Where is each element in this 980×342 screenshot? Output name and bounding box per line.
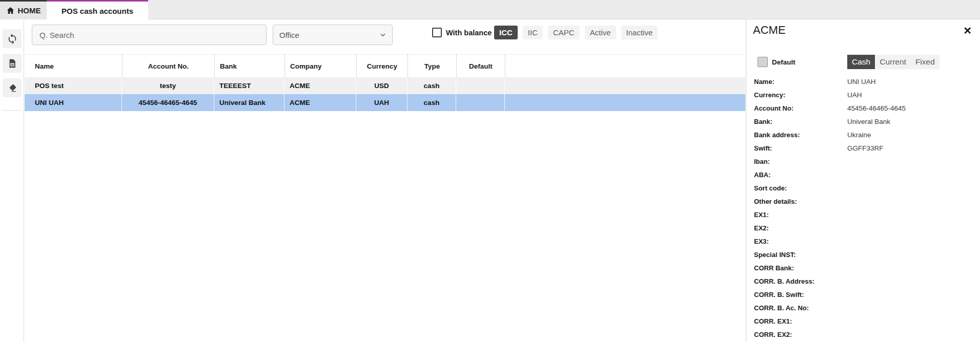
panel-tab-current[interactable]: Current [875,55,911,69]
table-cell [456,94,505,111]
with-balance-checkbox[interactable] [432,28,442,37]
table-cell: TEEEEST [214,77,284,94]
field-label: Special INST: [754,251,796,259]
table-cell [456,77,505,94]
default-checkbox[interactable] [758,57,768,67]
tab-home-label: HOME [18,6,41,15]
field-value: Univeral Bank [847,118,890,125]
eraser-icon [7,83,17,93]
refresh-button[interactable] [3,29,22,48]
field-label: Currency: [754,91,785,99]
panel-field-row: Currency:UAH [746,91,980,101]
table-cell [505,94,746,111]
refresh-icon [7,33,18,45]
table-header: NameAccount No.BankCompanyCurrencyTypeDe… [25,54,746,77]
office-select-value: Office [279,31,299,39]
filter-button-icc[interactable]: ICC [494,26,518,39]
table-cell: UAH [356,94,407,111]
panel-title: ACME [753,24,786,37]
field-label: CORR. B. Ac. No: [754,304,809,312]
home-icon [6,6,15,15]
panel-field-row: Other details: [746,198,980,208]
panel-field-row: EX1: [746,211,980,221]
table-cell: 45456-46465-4645 [122,94,214,111]
table-cell: POS test [25,77,122,94]
table-cell: cash [407,94,456,111]
tab-home[interactable]: HOME [0,0,47,19]
column-header-currency[interactable]: Currency [356,55,407,77]
detail-panel: ACME ✕ Default CashCurrentFixed Name:UNI… [746,19,980,342]
panel-field-row: EX2: [746,224,980,234]
filter-button-group: ICCIICCAPCActiveInactive [494,26,658,39]
panel-field-row: Bank:Univeral Bank [746,118,980,128]
column-header-bank[interactable]: Bank [214,55,284,77]
field-label: CORR. B. Address: [754,277,814,285]
field-label: ABA: [754,171,771,179]
table-cell: cash [407,77,456,94]
pos-cash-accounts-screen: HOME POS cash accounts [0,0,980,342]
filter-button-active[interactable]: Active [585,26,616,39]
column-header-default[interactable]: Default [456,55,505,77]
field-label: CORR. EX2: [754,331,792,338]
column-header-company[interactable]: Company [284,55,356,77]
panel-field-row: Account No:45456-46465-4645 [746,104,980,115]
search-input[interactable] [32,25,267,45]
field-value: GGFF33RF [847,144,884,152]
field-value: Ukraine [847,131,871,139]
field-value: UAH [847,91,862,99]
panel-field-row: EX3: [746,238,980,248]
tab-active-label: POS cash accounts [62,7,133,15]
panel-field-row: Iban: [746,158,980,168]
table-cell: UNI UAH [25,94,122,111]
panel-field-row: CORR. EX2: [746,331,980,341]
column-header-type[interactable]: Type [407,55,456,77]
field-label: Name: [754,78,774,86]
panel-tab-fixed[interactable]: Fixed [911,55,940,69]
table-cell: ACME [284,94,356,111]
field-label: CORR. B. Swift: [754,291,804,298]
field-value: UNI UAH [847,78,876,86]
field-label: EX3: [754,238,769,245]
export-table-document-icon [7,58,17,69]
field-label: Bank: [754,118,772,125]
panel-field-row: Special INST: [746,251,980,261]
table-row[interactable]: UNI UAH45456-46465-4645Univeral BankACME… [25,94,746,111]
panel-field-row: CORR. B. Ac. No: [746,304,980,314]
panel-field-row: CORR. B. Swift: [746,291,980,301]
table-row[interactable]: POS testtestyTEEEESTACMEUSDcash [25,77,746,94]
field-label: Account No: [754,104,793,112]
chevron-down-icon [379,31,387,39]
table-cell: testy [122,77,214,94]
panel-field-row: Bank address:Ukraine [746,131,980,141]
default-checkbox-label: Default [772,57,795,67]
table-cell [505,77,746,94]
office-select[interactable]: Office [273,25,393,45]
panel-field-row: CORR. B. Address: [746,277,980,288]
field-value: 45456-46465-4645 [847,104,906,112]
field-label: Iban: [754,158,770,165]
field-label: Sort code: [754,184,787,192]
table-cell: USD [356,77,407,94]
panel-tab-cash[interactable]: Cash [847,55,875,69]
field-label: EX1: [754,211,769,219]
clear-filters-button[interactable] [3,78,22,97]
close-icon[interactable]: ✕ [963,26,972,36]
panel-field-row: CORR Bank: [746,264,980,274]
panel-field-row: ABA: [746,171,980,181]
column-header-spacer [505,55,746,77]
filter-button-iic[interactable]: IIC [523,26,543,39]
tab-pos-cash-accounts[interactable]: POS cash accounts [47,0,148,20]
field-label: Bank address: [754,131,800,139]
filter-button-capc[interactable]: CAPC [548,26,580,39]
column-header-name[interactable]: Name [25,55,122,77]
panel-field-row: Name:UNI UAH [746,78,980,88]
column-header-account-no-[interactable]: Account No. [122,55,214,77]
field-label: Other details: [754,198,797,205]
export-button[interactable] [3,54,22,73]
icon-sidebar [0,19,24,342]
field-label: EX2: [754,224,769,232]
with-balance-label: With balance [446,28,492,37]
panel-field-row: Swift:GGFF33RF [746,144,980,155]
filter-button-inactive[interactable]: Inactive [621,26,658,39]
field-label: CORR Bank: [754,264,794,272]
